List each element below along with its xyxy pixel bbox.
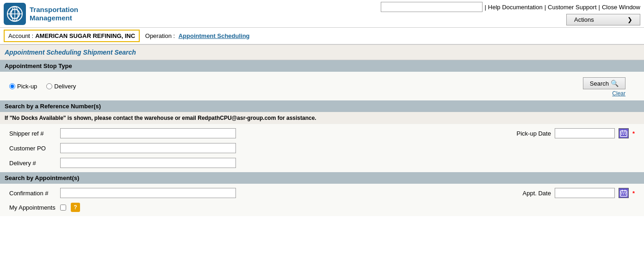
close-window-link[interactable]: Close Window [602, 4, 640, 11]
customer-support-link[interactable]: Customer Support [548, 4, 597, 11]
actions-button[interactable]: Actions ❯ [566, 14, 640, 25]
my-appointments-label: My Appointments [9, 204, 56, 211]
top-right-container: | Help Documentation | Customer Support … [381, 2, 640, 25]
account-name: AMERICAN SUGAR REFINING, INC [35, 32, 135, 39]
top-bar-left: Transportation Management [4, 3, 78, 25]
delivery-radio[interactable] [46, 83, 52, 89]
confirmation-input[interactable] [60, 188, 236, 198]
operation-link[interactable]: Appointment Scheduling [179, 32, 250, 39]
svg-rect-10 [623, 134, 624, 135]
delivery-input[interactable] [60, 158, 236, 168]
svg-rect-18 [625, 193, 626, 194]
page-title: Appointment Scheduling Shipment Search [5, 49, 639, 56]
operation-label: Operation : [145, 32, 175, 39]
appt-section-header: Search by Appointment(s) [0, 172, 644, 184]
search-button[interactable]: Search 🔍 [583, 77, 625, 89]
svg-rect-9 [621, 134, 622, 135]
pickup-date-required: * [632, 130, 635, 137]
info-message: If "No Docks Available" is shown, please… [0, 112, 644, 124]
appt-date-label: Appt. Date [523, 190, 551, 197]
svg-rect-17 [623, 193, 624, 194]
search-btn-area: Search 🔍 Clear [583, 75, 635, 97]
svg-rect-16 [621, 193, 622, 194]
logo-icon [4, 3, 26, 25]
delivery-row: Delivery # [0, 155, 644, 170]
shipper-ref-input[interactable] [60, 128, 236, 138]
shipper-ref-label: Shipper ref # [9, 130, 56, 137]
pickup-radio[interactable] [9, 83, 15, 89]
search-btn-label: Search [590, 80, 609, 87]
delivery-label: Delivery # [9, 160, 56, 167]
confirmation-label: Confirmation # [9, 190, 56, 197]
customer-po-input[interactable] [60, 143, 236, 153]
logo-box: Transportation Management [4, 3, 78, 25]
pickup-radio-item[interactable]: Pick-up [9, 83, 37, 90]
svg-rect-11 [625, 134, 626, 135]
actions-bar: Actions ❯ [566, 14, 640, 25]
search-icon: 🔍 [611, 80, 619, 87]
help-documentation-link[interactable]: Help Documentation [488, 4, 543, 11]
my-appointments-checkbox[interactable] [60, 205, 66, 211]
stop-type-header: Appointment Stop Type [0, 60, 644, 72]
customer-po-row: Customer PO [0, 141, 644, 155]
chevron-right-icon: ❯ [627, 16, 632, 23]
account-label: Account : [8, 32, 33, 39]
separator3: | [599, 4, 600, 11]
ref-section-header: Search by a Reference Number(s) [0, 100, 644, 112]
customer-po-label: Customer PO [9, 145, 56, 152]
delivery-label: Delivery [54, 83, 76, 90]
radio-group: Pick-up Delivery [9, 83, 583, 90]
account-bar: Account : AMERICAN SUGAR REFINING, INC [4, 30, 140, 42]
my-appointments-row: My Appointments ? [0, 200, 644, 214]
account-bar-wrapper: Account : AMERICAN SUGAR REFINING, INC O… [0, 28, 644, 44]
pickup-label: Pick-up [17, 83, 37, 90]
actions-label: Actions [574, 16, 594, 23]
pickup-calendar-icon[interactable] [619, 128, 629, 138]
separator1: | [484, 4, 486, 11]
appt-calendar-icon[interactable] [619, 188, 629, 198]
page-title-section: Appointment Scheduling Shipment Search [0, 45, 644, 60]
appt-date-input[interactable] [555, 188, 615, 198]
help-icon[interactable]: ? [71, 203, 80, 212]
delivery-radio-item[interactable]: Delivery [46, 83, 76, 90]
pickup-date-input[interactable] [555, 128, 615, 138]
appt-date-required: * [632, 190, 635, 197]
top-search-input[interactable] [381, 2, 483, 12]
pickup-date-label: Pick-up Date [517, 130, 551, 137]
clear-link[interactable]: Clear [612, 90, 625, 97]
logo-text: Transportation Management [30, 6, 78, 22]
separator2: | [545, 4, 546, 11]
top-bar: Transportation Management | Help Documen… [0, 0, 644, 28]
